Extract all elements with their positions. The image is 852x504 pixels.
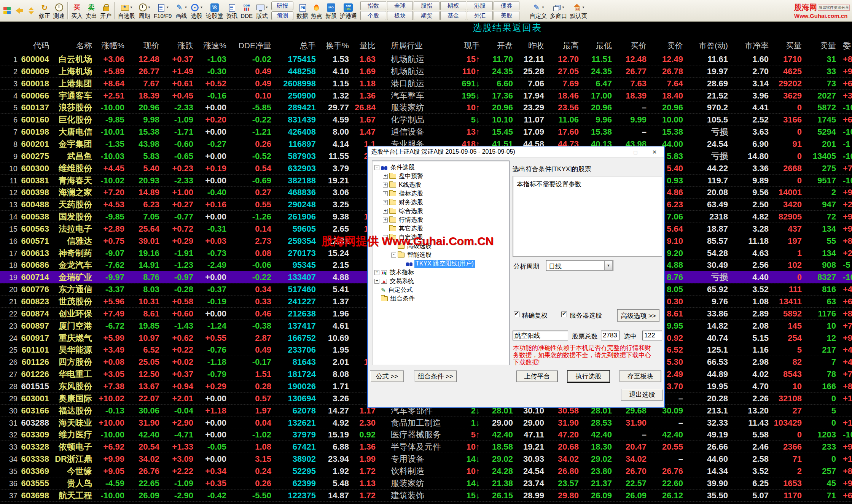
tree-item-技术指标[interactable]: +技术指标: [374, 268, 415, 277]
column-header-所属行业[interactable]: 所属行业: [391, 40, 423, 51]
toolbar-button-卖出[interactable]: 卖卖出: [84, 1, 99, 21]
toolbar-button-修正[interactable]: ↻修正: [37, 1, 52, 21]
save-to-board-button[interactable]: 存至板块: [619, 370, 661, 382]
chevron-down-icon[interactable]: ▼: [200, 6, 203, 9]
exit-pick-button[interactable]: 退出选股: [621, 389, 663, 401]
tree-item-K线选股[interactable]: +K线选股: [383, 181, 422, 189]
table-row-600018[interactable]: 3600018上港集团+8.647.67+0.61+0.520.49260899…: [0, 78, 852, 90]
market-button-期权[interactable]: 期权: [440, 1, 466, 10]
collapse-icon[interactable]: -: [391, 253, 396, 258]
column-header-现价[interactable]: 现价: [143, 40, 159, 51]
table-row-600066[interactable]: 4600066宇通客车+2.5118.39+0.45-0.160.1025090…: [0, 90, 852, 102]
table-row-603369[interactable]: 35603369今世缘+9.0526.76+2.22+0.340.2452295…: [0, 465, 852, 477]
table-row-600160[interactable]: 6600160巨化股份-9.859.98-1.09+0.20-0.2283143…: [0, 114, 852, 126]
server-pick-checkbox[interactable]: [561, 312, 567, 317]
toolbar-button-DDE[interactable]: DDE: [239, 1, 254, 21]
table-row-603698[interactable]: 37603698航天工程-10.0026.09-2.90-0.42-5.5012…: [0, 490, 852, 502]
tree-item-财务选股[interactable]: +财务选股: [383, 198, 424, 207]
combo-condition-button[interactable]: 组合条件 >>: [414, 370, 457, 382]
toolbar-button-开户[interactable]: 开户: [99, 1, 113, 21]
column-header-开盘[interactable]: 开盘: [497, 40, 513, 51]
toolbar-button-F10/F9[interactable]: ▼F10/F9: [152, 1, 174, 21]
condition-name-input[interactable]: [513, 331, 568, 340]
column-header-DDE净量[interactable]: DDE净量: [239, 40, 271, 51]
advanced-options-button[interactable]: 高级选项 >>: [617, 309, 659, 322]
column-header-涨跌[interactable]: 涨跌: [177, 40, 193, 51]
toolbar-button-研报[interactable]: 研报: [271, 2, 293, 10]
tree-item-组合条件[interactable]: 组合条件: [374, 294, 416, 303]
tree-item-行情选股[interactable]: +行情选股: [383, 216, 424, 224]
column-header-卖量[interactable]: 卖量: [820, 40, 836, 51]
column-header-现手[interactable]: 现手: [464, 40, 480, 51]
chevron-down-icon[interactable]: ▼: [265, 6, 268, 9]
market-button-债券[interactable]: 债券: [494, 1, 519, 10]
chevron-down-icon[interactable]: ▼: [184, 6, 187, 9]
table-row-603309[interactable]: 32603309维力医疗-10.0042.40-4.71+0.00-1.0237…: [0, 429, 852, 441]
table-row-603555[interactable]: 36603555贵人鸟-4.5922.65-1.09+0.350.2662399…: [0, 477, 852, 490]
tree-item-盘中预警[interactable]: +盘中预警: [383, 172, 424, 181]
toolbar-button-app-grid-icon[interactable]: [2, 1, 13, 21]
tree-item-其它选股[interactable]: 其它选股: [383, 224, 424, 233]
chevron-down-icon[interactable]: ▼: [148, 6, 151, 9]
chevron-down-icon[interactable]: ▼: [166, 6, 169, 9]
exact-adjust-checkbox[interactable]: [514, 312, 519, 317]
toolbar-button-画线[interactable]: ✎▼画线: [173, 1, 189, 21]
chevron-down-icon[interactable]: ▼: [541, 6, 545, 9]
period-select[interactable]: 日线 ▼: [546, 260, 613, 271]
maximize-icon[interactable]: □: [629, 146, 642, 158]
toolbar-button-周期[interactable]: ▼周期: [137, 1, 152, 21]
market-button-美股[interactable]: 美股: [494, 11, 519, 20]
market-button-全球[interactable]: 全球: [387, 1, 413, 10]
chevron-down-icon[interactable]: ▼: [562, 6, 565, 9]
expand-icon[interactable]: +: [383, 174, 388, 179]
market-button-外汇[interactable]: 外汇: [467, 11, 493, 20]
market-button-港股[interactable]: 港股: [467, 1, 493, 10]
toolbar-button-选股[interactable]: ▼选股: [189, 1, 204, 21]
formula-button[interactable]: 公式 >>: [370, 370, 404, 382]
toolbar-button-默认页[interactable]: ▼默认页: [569, 1, 589, 21]
selected-count-field[interactable]: [642, 331, 662, 340]
column-header-量比[interactable]: 量比: [360, 40, 376, 51]
tree-item-条件选股[interactable]: -条件选股: [374, 163, 416, 172]
toolbar-button-预测[interactable]: 预测: [271, 11, 293, 20]
market-button-个股[interactable]: 个股: [360, 11, 386, 20]
expand-icon[interactable]: +: [383, 209, 388, 214]
toolbar-button-论股堂[interactable]: 论股堂: [204, 1, 225, 21]
tree-item-自定公式[interactable]: ✎自定公式: [374, 286, 414, 294]
column-header-买价[interactable]: 买价: [631, 40, 647, 51]
column-header-昨收[interactable]: 昨收: [528, 40, 544, 51]
market-button-股指[interactable]: 股指: [414, 1, 440, 10]
tree-item-TKYX 跳空阳线(用户)[interactable]: TKYX 跳空阳线(用户): [400, 259, 475, 268]
column-header-市净率[interactable]: 市净率: [745, 40, 769, 51]
column-header-买量[interactable]: 买量: [786, 40, 802, 51]
total-count-field[interactable]: [601, 331, 619, 340]
toolbar-button-back-arrow-icon[interactable]: [13, 1, 25, 21]
minimize-icon[interactable]: —: [609, 146, 622, 158]
tree-item-指标选股[interactable]: +指标选股: [383, 189, 424, 198]
table-row-600004[interactable]: 1600004白云机场+3.0612.48+0.37-1.03-0.021754…: [0, 53, 852, 65]
expand-icon[interactable]: +: [374, 270, 379, 275]
toolbar-button-沪港通[interactable]: 沪港通: [338, 1, 358, 21]
toolbar-button-数据[interactable]: 数据: [295, 1, 309, 21]
table-row-603338[interactable]: 34603338DR浙江鼎+9.9934.02+3.09+0.003.15389…: [0, 453, 852, 465]
column-header-代码[interactable]: 代码: [33, 40, 49, 51]
column-header-市盈(动)[interactable]: 市盈(动): [699, 40, 728, 51]
expand-icon[interactable]: +: [383, 218, 388, 223]
table-row-603288[interactable]: 31603288海天味业+10.0031.90+2.90+0.000.04132…: [0, 417, 852, 429]
chevron-down-icon[interactable]: ▼: [130, 6, 133, 9]
table-row-600198[interactable]: 7600198大唐电信-10.0115.38-1.71+0.00-1.21426…: [0, 126, 852, 138]
toolbar-button-新股[interactable]: 新股: [324, 1, 338, 21]
column-header-总手[interactable]: 总手: [300, 40, 316, 51]
column-header-名称[interactable]: 名称: [76, 40, 92, 51]
toolbar-button-测速[interactable]: 测速: [52, 1, 66, 21]
market-button-期货[interactable]: 期货: [414, 11, 440, 20]
chevron-down-icon[interactable]: ▼: [582, 6, 585, 9]
table-row-600137[interactable]: 5600137浪莎股份-10.0020.96-2.33+0.00-5.85289…: [0, 102, 852, 114]
collapse-icon[interactable]: -: [374, 165, 379, 170]
market-button-指数[interactable]: 指数: [360, 1, 386, 10]
expand-icon[interactable]: +: [374, 279, 379, 284]
toolbar-button-多窗口[interactable]: ▼多窗口: [548, 1, 569, 21]
toolbar-button-自定义[interactable]: ✎▼自定义: [528, 1, 548, 21]
execute-pick-button[interactable]: 执行选股: [567, 370, 610, 382]
toolbar-button-版式[interactable]: ▼版式: [254, 1, 270, 21]
